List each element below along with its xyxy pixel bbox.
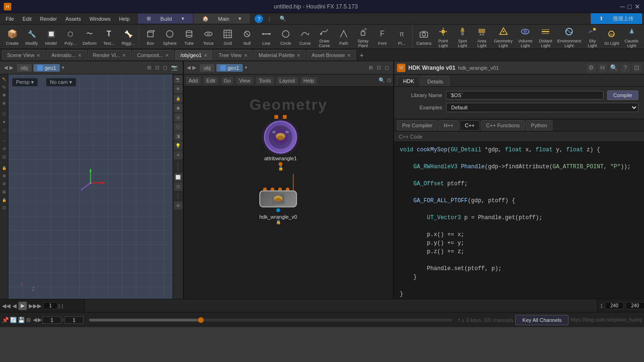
torus-button[interactable]: Torus bbox=[199, 26, 218, 47]
bb-prev-frame[interactable]: ◀ bbox=[33, 317, 37, 323]
detail-tab-details[interactable]: Details bbox=[421, 76, 449, 86]
tl-next-btn[interactable]: ▶ bbox=[29, 303, 33, 309]
view-forward-btn[interactable]: ▶ bbox=[9, 65, 13, 71]
rt-shade[interactable]: ◨ bbox=[174, 132, 182, 140]
lt-rotate2[interactable]: ↺ bbox=[0, 145, 8, 153]
minimize-btn[interactable]: ─ bbox=[620, 3, 625, 10]
font-button[interactable]: F Font bbox=[373, 26, 392, 47]
view-ctrl-1[interactable]: ⊞ bbox=[146, 65, 153, 71]
tl-collapse-btn[interactable]: ◀◀ bbox=[2, 303, 10, 309]
tab-render[interactable]: Render Vi... ✕ bbox=[88, 50, 131, 60]
lt-zoom[interactable]: ⊕ bbox=[0, 99, 8, 107]
lt-node[interactable]: ⬡ bbox=[0, 110, 8, 118]
build-button[interactable]: ⊞ Build ▾ bbox=[138, 14, 192, 24]
code-tab-hpp[interactable]: H++ bbox=[438, 120, 459, 131]
ne-ctrl-1[interactable]: ⊞ bbox=[367, 65, 374, 71]
riggi-button[interactable]: 🦴 Riggi... bbox=[119, 26, 138, 47]
view-ctrl-3[interactable]: ◻ bbox=[162, 65, 169, 71]
node-attribwrangle1[interactable]: attribwrangle1 🔒 bbox=[264, 115, 297, 171]
gi-light-button[interactable]: GI GI Light bbox=[602, 26, 621, 47]
text-button[interactable]: T Text... bbox=[99, 26, 118, 47]
caustic-light-button[interactable]: Caustic Light bbox=[621, 25, 642, 49]
lt-lock2[interactable]: 🔒 bbox=[0, 196, 8, 204]
output-connector[interactable] bbox=[279, 162, 282, 166]
tl-frame-end-input[interactable] bbox=[626, 302, 644, 309]
close-tab-composite[interactable]: ✕ bbox=[165, 53, 169, 58]
menu-render[interactable]: Render bbox=[36, 15, 61, 23]
hdk-output[interactable] bbox=[276, 208, 280, 212]
no-camera-dropdown[interactable]: No cam ▾ bbox=[46, 78, 76, 86]
tab-composite[interactable]: Composit... ✕ bbox=[132, 50, 174, 60]
ne-help-btn[interactable]: Help bbox=[301, 77, 317, 84]
view-ctrl-4[interactable]: 📷 bbox=[170, 65, 179, 71]
view-back-btn[interactable]: ◀ bbox=[4, 65, 8, 71]
rt-amb[interactable]: ☀ bbox=[174, 151, 182, 159]
lt-rotate[interactable]: ↻ bbox=[0, 83, 8, 91]
code-tab-cpp[interactable]: C++ bbox=[460, 120, 480, 131]
add-tab-button[interactable]: + bbox=[357, 51, 366, 59]
portal-light-button[interactable]: Portal Light bbox=[642, 25, 644, 49]
view-ctrl-2[interactable]: ⊡ bbox=[154, 65, 161, 71]
point-light-button[interactable]: Point Light bbox=[434, 25, 453, 49]
hdk-node-rect[interactable] bbox=[259, 190, 297, 207]
rt-snap[interactable]: 📷 bbox=[174, 75, 182, 84]
bb-next-frame[interactable]: ▶ bbox=[38, 317, 41, 323]
code-tab-functions[interactable]: C++ Functions bbox=[481, 120, 525, 131]
compile-button[interactable]: Compile bbox=[607, 90, 638, 100]
view-nav-arrows[interactable]: ◀ ▶ bbox=[4, 65, 13, 71]
lt-extra4[interactable]: ⊡ bbox=[0, 204, 8, 212]
close-tab-material[interactable]: ✕ bbox=[297, 53, 300, 58]
ne-add-btn[interactable]: Add bbox=[186, 77, 201, 84]
key-all-channels-button[interactable]: Key All Channels bbox=[515, 315, 569, 325]
tab-material[interactable]: Material Palette ✕ bbox=[254, 50, 305, 60]
ne-back-btn[interactable]: ◀ bbox=[187, 65, 190, 71]
close-tab-asset[interactable]: ✕ bbox=[347, 53, 351, 58]
ne-search-icon[interactable]: 🔍 bbox=[379, 77, 385, 83]
node-body-hdk[interactable] bbox=[259, 190, 297, 212]
bb-progress-bar[interactable] bbox=[89, 319, 452, 321]
input-connector-1[interactable] bbox=[283, 115, 287, 119]
ne-forward-btn[interactable]: ▶ bbox=[192, 65, 196, 71]
hdk-expand-btn[interactable]: ⊡ bbox=[632, 63, 641, 73]
rt-wire[interactable]: ⬡ bbox=[174, 123, 182, 131]
perspective-dropdown[interactable]: Persp ▾ bbox=[12, 78, 38, 86]
hdk-help-btn[interactable]: ? bbox=[620, 63, 630, 73]
close-tab-render[interactable]: ✕ bbox=[122, 53, 126, 58]
tab-asset[interactable]: Asset Browser ✕ bbox=[306, 50, 356, 60]
rt-ghost[interactable]: ◎ bbox=[174, 113, 182, 122]
lt-extra1[interactable]: ⊕ bbox=[0, 172, 8, 180]
box-button[interactable]: Box bbox=[141, 26, 160, 47]
camera-button[interactable]: Camera bbox=[414, 26, 433, 47]
tl-play-btn[interactable]: ▶ bbox=[18, 302, 27, 310]
lt-box[interactable]: □ bbox=[0, 126, 8, 134]
bb-icon-2[interactable]: 🔄 bbox=[10, 317, 17, 323]
library-name-input[interactable] bbox=[446, 91, 603, 99]
ne-view-btn[interactable]: View bbox=[236, 77, 253, 84]
rt-extra3[interactable]: ⊕ bbox=[174, 201, 182, 210]
rt-light[interactable]: 💡 bbox=[174, 141, 182, 150]
close-tab-scene[interactable]: ✕ bbox=[36, 53, 40, 58]
lt-extra3[interactable]: ⊞ bbox=[0, 188, 8, 196]
view-path-dropdown[interactable]: ▾ bbox=[62, 65, 65, 71]
help-icon[interactable]: ? bbox=[255, 15, 263, 23]
environment-light-button[interactable]: Environment Light bbox=[556, 25, 582, 49]
ne-nav-arrows[interactable]: ◀ ▶ bbox=[187, 65, 196, 71]
ne-ctrl-3[interactable]: ◻ bbox=[383, 65, 390, 71]
lt-extra2[interactable]: ⊘ bbox=[0, 180, 8, 188]
geometry-light-button[interactable]: Geometry Light bbox=[492, 25, 515, 49]
code-editor[interactable]: void cookMySop(GU_Detail *gdp, float x, … bbox=[394, 142, 644, 299]
menu-file[interactable]: File bbox=[2, 15, 18, 23]
path-button[interactable]: Path bbox=[334, 26, 353, 47]
menu-edit[interactable]: Edit bbox=[19, 15, 35, 23]
rt-lock[interactable]: 🔒 bbox=[174, 94, 182, 103]
sky-light-button[interactable]: Sky Light bbox=[583, 25, 602, 49]
volume-light-button[interactable]: Volume Light bbox=[515, 25, 536, 49]
rt-extra1[interactable]: ⬜ bbox=[174, 173, 182, 181]
hdk-search-btn[interactable]: 🔍 bbox=[609, 63, 619, 73]
code-tab-precompiler[interactable]: Pre Compiler bbox=[397, 120, 438, 131]
area-light-button[interactable]: Area Light bbox=[472, 25, 491, 49]
circle-button[interactable]: Circle bbox=[276, 26, 295, 47]
tl-prev-btn[interactable]: ◀ bbox=[12, 303, 17, 309]
view-geo-btn[interactable]: geo1 bbox=[33, 64, 60, 72]
ne-obj-btn[interactable]: obj bbox=[200, 64, 215, 72]
